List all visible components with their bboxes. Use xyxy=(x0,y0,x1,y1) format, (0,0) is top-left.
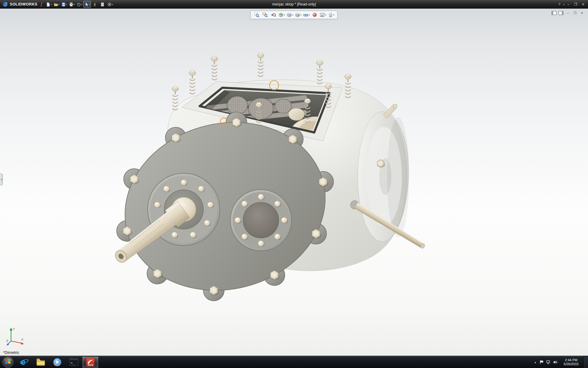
clock-time: 2:44 PM xyxy=(560,358,582,362)
taskbar-item-command-prompt[interactable]: >_ xyxy=(66,356,82,368)
triad-y-axis xyxy=(10,328,13,331)
model-canvas[interactable] xyxy=(0,9,588,356)
document-window-controls: – ❐ ✕ xyxy=(551,11,585,15)
caret-icon[interactable]: ▾ xyxy=(81,3,83,6)
windows-taskbar: e >_ 2015 xyxy=(0,356,588,368)
file-properties-button[interactable] xyxy=(99,1,106,8)
edit-appearance-ball-icon xyxy=(312,12,317,17)
caret-icon[interactable]: ▾ xyxy=(292,14,293,16)
housing-shading xyxy=(387,117,409,237)
hidden-icons-chevron[interactable]: ▴ xyxy=(532,356,538,368)
windows-media-player-icon xyxy=(53,358,62,367)
display-style-icon xyxy=(295,12,300,17)
caret-icon[interactable]: ▾ xyxy=(563,3,564,6)
select-cursor-icon xyxy=(84,2,89,7)
taskbar-item-solidworks-2015[interactable]: 2015 xyxy=(82,356,99,368)
app-logo: SOLIDWORKS xyxy=(0,0,40,9)
apply-scene-button[interactable]: ▾ xyxy=(319,12,327,18)
clock-date: 6/26/2015 xyxy=(560,362,582,366)
dassault-3ds-logo-icon xyxy=(2,2,8,7)
new-document-icon xyxy=(46,2,51,7)
restore-button[interactable]: ❐ xyxy=(572,2,579,7)
pane-toggle-right-button[interactable] xyxy=(558,11,564,15)
previous-view-button[interactable] xyxy=(270,12,277,18)
caret-icon[interactable]: ▾ xyxy=(66,3,67,6)
caret-icon[interactable]: ▾ xyxy=(309,14,310,16)
options-gear-icon xyxy=(107,2,112,7)
solidworks-version-badge: 2015 xyxy=(88,363,93,366)
document-minimize-button[interactable]: – xyxy=(565,11,571,15)
caret-icon[interactable]: ▾ xyxy=(325,14,326,16)
windows-start-orb-icon xyxy=(2,356,14,368)
close-button[interactable]: ✕ xyxy=(580,2,586,7)
minimize-button[interactable]: – xyxy=(565,2,572,7)
view-orientation-label: *Dimetric xyxy=(3,350,19,355)
options-button[interactable]: ▾ xyxy=(106,1,114,8)
caret-icon[interactable]: ▾ xyxy=(74,3,75,6)
hide-show-glasses-icon xyxy=(303,12,308,17)
hide-show-items-button[interactable]: ▾ xyxy=(303,12,310,18)
window-controls: ? ▾ – ❐ ✕ xyxy=(556,2,588,7)
previous-view-icon xyxy=(271,12,276,17)
taskbar-item-internet-explorer[interactable]: e xyxy=(16,356,32,368)
new-document-button[interactable]: ▾ xyxy=(45,1,53,8)
solidworks-app-icon: 2015 xyxy=(86,358,95,367)
taskbar-item-file-explorer[interactable] xyxy=(32,356,49,368)
brand-accent-divider xyxy=(40,2,43,7)
document-title: menjac sklop * [Read-only] xyxy=(272,2,316,6)
panel-splitter-handle[interactable]: ◂ xyxy=(0,174,3,185)
triad-x-label: X xyxy=(21,338,23,341)
window-titlebar: SOLIDWORKS ▾ ▾ ▾ ▾ xyxy=(0,0,588,9)
caret-icon[interactable]: ▾ xyxy=(284,14,285,16)
view-orientation-button[interactable]: ▾ xyxy=(286,12,294,18)
undo-button[interactable]: ▾ xyxy=(76,1,83,8)
section-view-button[interactable]: ▾ xyxy=(278,12,285,18)
rebuild-traffic-light-icon xyxy=(92,2,97,7)
view-settings-icon xyxy=(328,12,333,17)
edit-appearance-button[interactable] xyxy=(311,12,318,18)
pane-toggle-left-button[interactable] xyxy=(551,11,557,15)
zoom-to-area-button[interactable] xyxy=(261,12,269,18)
print-button[interactable]: ▾ xyxy=(68,1,76,8)
section-view-icon xyxy=(278,12,284,17)
triad-y-label: Y xyxy=(13,328,15,331)
rebuild-button[interactable] xyxy=(91,1,99,8)
document-restore-button[interactable]: ❐ xyxy=(572,11,578,15)
caret-icon[interactable]: ▾ xyxy=(300,14,302,16)
save-button[interactable]: ▾ xyxy=(60,1,68,8)
graphics-area[interactable]: ▾ ▾ ▾ ▾ xyxy=(0,9,588,356)
apply-scene-icon xyxy=(320,12,325,17)
document-close-button[interactable]: ✕ xyxy=(579,11,585,15)
start-button[interactable] xyxy=(0,356,16,368)
caret-icon[interactable]: ▾ xyxy=(89,3,90,6)
command-prompt-icon: >_ xyxy=(69,358,78,367)
triad-x-axis xyxy=(21,342,24,345)
caret-icon[interactable]: ▾ xyxy=(51,3,52,6)
svg-text:>_: >_ xyxy=(71,361,75,365)
zoom-to-fit-button[interactable] xyxy=(253,12,261,18)
select-tool-button[interactable]: ▾ xyxy=(83,1,91,8)
view-settings-button[interactable]: ▾ xyxy=(327,12,335,18)
caret-icon[interactable]: ▾ xyxy=(58,3,60,6)
caret-icon[interactable]: ▾ xyxy=(112,3,113,6)
show-desktop-button[interactable] xyxy=(584,356,588,368)
file-properties-icon xyxy=(100,2,105,7)
volume-icon[interactable] xyxy=(552,356,559,368)
output-bearing-flange[interactable] xyxy=(230,190,292,251)
save-icon xyxy=(61,2,66,7)
taskbar-clock[interactable]: 2:44 PM 6/26/2015 xyxy=(560,358,582,366)
heads-up-view-toolbar: ▾ ▾ ▾ ▾ xyxy=(251,11,337,19)
display-style-button[interactable]: ▾ xyxy=(294,12,302,18)
action-center-flag-icon[interactable] xyxy=(538,356,545,368)
orientation-triad[interactable]: Y X Z xyxy=(6,326,26,346)
help-button[interactable]: ? xyxy=(556,2,563,7)
brand-name: SOLIDWORKS xyxy=(10,2,37,6)
network-icon[interactable] xyxy=(545,356,552,368)
taskbar-item-windows-media-player[interactable] xyxy=(49,356,66,368)
file-explorer-folder-icon xyxy=(36,358,45,367)
open-button[interactable]: ▾ xyxy=(53,1,60,8)
gearbox-model[interactable] xyxy=(107,53,425,311)
zoom-to-area-icon xyxy=(262,12,268,17)
caret-icon[interactable]: ▾ xyxy=(334,14,335,16)
system-tray: ▴ 2:44 PM 6/26/2015 xyxy=(532,356,588,368)
